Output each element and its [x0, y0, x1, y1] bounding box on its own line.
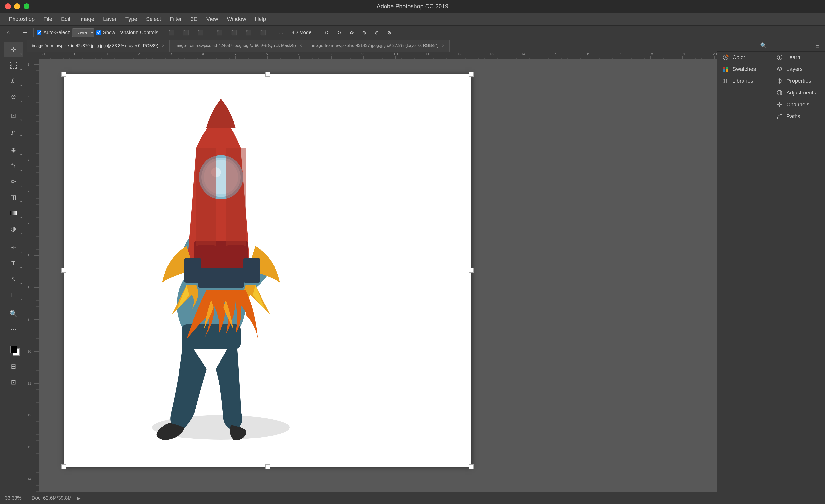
tool-shape[interactable]: □ ▾: [4, 287, 23, 302]
home-button[interactable]: ⌂: [4, 28, 13, 37]
rp-paths-item[interactable]: Paths: [771, 110, 825, 122]
align-top-icon: ⬛: [217, 30, 223, 35]
tab-2-close[interactable]: ×: [442, 43, 445, 48]
rp-libraries-item[interactable]: Libraries: [717, 75, 771, 87]
distribute-btn[interactable]: ⬛: [257, 28, 269, 37]
close-button[interactable]: [5, 3, 11, 9]
extra-btn4[interactable]: ⊗: [384, 28, 394, 37]
extra-icon3: ⊙: [375, 30, 379, 35]
tool-extra2[interactable]: ⊡: [4, 375, 23, 390]
minimize-button[interactable]: [14, 3, 20, 9]
rp-layers-item[interactable]: Layers: [771, 63, 825, 75]
rp-swatches-item[interactable]: Swatches: [717, 63, 771, 75]
rp-adjustments-item[interactable]: Adjustments: [771, 87, 825, 99]
eyedropper-icon: 𝒑: [12, 128, 15, 135]
align-top-btn[interactable]: ⬛: [214, 28, 226, 37]
tab-1-close[interactable]: ×: [299, 43, 302, 48]
menu-view[interactable]: View: [203, 14, 222, 24]
tool-move[interactable]: ✛ ▾: [4, 42, 23, 57]
more-options-btn[interactable]: ...: [276, 28, 286, 37]
tool-brush[interactable]: ✏ ▾: [4, 174, 23, 189]
status-arrow[interactable]: ▶: [77, 495, 80, 501]
rp-properties-item[interactable]: Properties: [771, 75, 825, 87]
tool-gradient[interactable]: ▾: [4, 205, 23, 220]
channels-label: Channels: [786, 101, 809, 108]
align-center-h-btn[interactable]: ⬛: [180, 28, 192, 37]
menu-help[interactable]: Help: [251, 14, 270, 24]
tab-0[interactable]: image-from-rawpixel-id-424879-jpeg.jpg @…: [27, 40, 170, 52]
tab-0-close[interactable]: ×: [162, 43, 164, 48]
extra-btn3[interactable]: ⊙: [372, 28, 382, 37]
svg-rect-244: [726, 67, 728, 69]
search-icon: 🔍: [760, 43, 767, 49]
svg-text:2: 2: [27, 94, 29, 98]
move-icon-btn[interactable]: ✛: [20, 28, 30, 37]
tool-dodge[interactable]: ◑ ▾: [4, 221, 23, 236]
align-left-icon: ⬛: [168, 30, 174, 35]
menu-filter[interactable]: Filter: [166, 14, 186, 24]
properties-label: Properties: [786, 78, 811, 84]
tool-type[interactable]: T ▾: [4, 256, 23, 271]
3d-mode-btn[interactable]: 3D Mode: [289, 28, 314, 37]
align-bottom-icon: ⬛: [245, 30, 252, 35]
tool-crop[interactable]: ⊡ ▾: [4, 108, 23, 123]
menu-window[interactable]: Window: [223, 14, 250, 24]
auto-select-input[interactable]: [37, 30, 42, 35]
tool-lasso[interactable]: ℒ ▾: [4, 74, 23, 88]
show-transform-checkbox[interactable]: Show Transform Controls: [96, 30, 158, 35]
tool-arrow-6: ▾: [20, 134, 22, 138]
tool-colors[interactable]: [4, 341, 23, 358]
menu-photoshop[interactable]: Photoshop: [5, 14, 39, 24]
tool-screen-mode[interactable]: ⊟: [4, 359, 23, 374]
menu-3d[interactable]: 3D: [187, 14, 202, 24]
extra-btn1[interactable]: ✿: [347, 28, 357, 37]
rp-color-item[interactable]: Color: [717, 52, 771, 63]
align-left-btn[interactable]: ⬛: [165, 28, 177, 37]
layer-select[interactable]: Layer: [72, 28, 94, 37]
tool-clone[interactable]: ✎ ▾: [4, 159, 23, 173]
undo-btn[interactable]: ↺: [322, 28, 332, 37]
show-transform-input[interactable]: [96, 30, 101, 35]
tool-quick-select[interactable]: ⊙ ▾: [4, 89, 23, 104]
maximize-button[interactable]: [23, 3, 29, 9]
menu-select[interactable]: Select: [142, 14, 165, 24]
auto-select-checkbox[interactable]: Auto-Select: Layer: [37, 28, 94, 37]
extra-btn2[interactable]: ⊕: [359, 28, 369, 37]
rp-learn-item[interactable]: Learn: [771, 52, 825, 63]
rp-search-btn[interactable]: 🔍: [758, 40, 768, 51]
align-center-v-btn[interactable]: ⬛: [228, 28, 240, 37]
align-bottom-btn[interactable]: ⬛: [243, 28, 254, 37]
rp-channels-item[interactable]: Channels: [771, 99, 825, 110]
tab-1[interactable]: image-from-rawpixel-id-424687-jpeg.jpg @…: [170, 40, 307, 52]
tool-eyedropper[interactable]: 𝒑 ▾: [4, 124, 23, 139]
svg-text:7: 7: [298, 52, 300, 56]
menu-edit[interactable]: Edit: [57, 14, 74, 24]
tool-eraser[interactable]: ◫ ▾: [4, 190, 23, 204]
toolbar-separator-3: [162, 28, 162, 37]
tab-2[interactable]: image-from-rawpixel-id-431437-jpeg.jpg @…: [307, 40, 450, 52]
menu-type[interactable]: Type: [122, 14, 141, 24]
redo-btn[interactable]: ↻: [334, 28, 344, 37]
brush-icon: ✏: [11, 178, 16, 185]
menu-file[interactable]: File: [40, 14, 56, 24]
home-icon: ⌂: [7, 30, 10, 35]
tool-pen[interactable]: ✒ ▾: [4, 240, 23, 255]
rp-panel-btn[interactable]: ⊟: [812, 40, 823, 51]
align-right-btn[interactable]: ⬛: [195, 28, 207, 37]
menu-layer[interactable]: Layer: [99, 14, 121, 24]
move-tool-icon: ✛: [11, 46, 16, 54]
tool-marquee[interactable]: □ ▾: [4, 58, 23, 73]
learn-label: Learn: [786, 54, 800, 61]
svg-point-242: [725, 57, 727, 59]
canvas-area[interactable]: // Will be generated below -101234567891…: [27, 52, 717, 492]
tool-heal[interactable]: ⊕ ▾: [4, 143, 23, 158]
canvas-document[interactable]: [39, 59, 717, 492]
tool-extra[interactable]: ⋯: [4, 322, 23, 337]
color-icon: [722, 54, 729, 61]
tab-0-label: image-from-rawpixel-id-424879-jpeg.jpg @…: [32, 44, 158, 48]
tool-arrow-2: ▾: [20, 68, 22, 72]
menu-image[interactable]: Image: [75, 14, 98, 24]
tool-path-select[interactable]: ↖ ▾: [4, 272, 23, 286]
tool-zoom[interactable]: 🔍: [4, 306, 23, 321]
tool-arrow-7: ▾: [20, 153, 22, 157]
